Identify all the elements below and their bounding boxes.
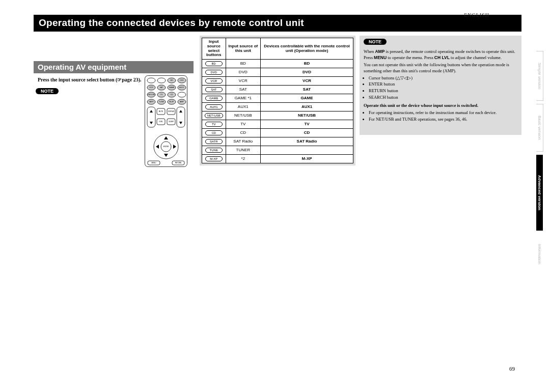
table-row: VCRVCRVCR xyxy=(202,77,353,86)
source-button-cell: AUX1 xyxy=(202,103,226,111)
table-header-buttons: Input source select buttons xyxy=(202,38,226,60)
operation-mode-cell: DVD xyxy=(261,68,353,77)
source-button-cell: NET/USB xyxy=(202,111,226,120)
operation-mode-table: Input source select buttons Input source… xyxy=(202,38,353,163)
table-row: CDCDCD xyxy=(202,129,353,137)
source-button-cell: M-XP xyxy=(202,155,226,163)
side-tabs: Simple version Basic version Advanced ve… xyxy=(536,51,546,274)
svg-text:AMP: AMP xyxy=(180,101,184,103)
svg-text:TUNE: TUNE xyxy=(159,101,164,103)
table-row: SATRSAT RadioSAT Radio xyxy=(202,137,353,146)
input-source-cell: *2 xyxy=(226,155,261,163)
note-body: When AMP is pressed, the remote control … xyxy=(364,49,517,123)
operation-mode-cell: TV xyxy=(261,120,353,129)
svg-text:SATR: SATR xyxy=(149,101,154,103)
section-heading: Operating AV equipment xyxy=(34,61,194,73)
svg-point-1 xyxy=(147,78,155,83)
tab-simple-version[interactable]: Simple version xyxy=(536,51,543,101)
input-source-cell: SAT Radio xyxy=(226,137,261,146)
note-footer-bullet: For operating instructions, refer to the… xyxy=(369,110,517,116)
note-bullet: SEARCH button xyxy=(369,95,517,101)
operation-mode-cell: BD xyxy=(261,60,353,68)
operation-mode-cell: NET/USB xyxy=(261,111,353,120)
svg-text:M-XP: M-XP xyxy=(170,101,175,103)
input-source-cell: GAME *1 xyxy=(226,94,261,103)
note-badge-left: NOTE xyxy=(36,88,59,94)
page-title: Operating the connected devices by remot… xyxy=(34,15,521,32)
operation-mode-cell: AUX1 xyxy=(261,103,353,111)
operation-mode-table-container: Input source select buttons Input source… xyxy=(200,36,355,165)
operation-mode-cell: SAT xyxy=(261,86,353,94)
input-source-cell: CD xyxy=(226,129,261,137)
tab-advanced-version[interactable]: Advanced version xyxy=(536,155,543,231)
svg-text:DVD: DVD xyxy=(180,79,184,81)
note-badge-right: NOTE xyxy=(364,39,387,45)
tab-basic-version[interactable]: Basic version xyxy=(536,104,543,152)
input-source-cell: NET/USB xyxy=(226,111,261,120)
table-header-source: Input source of this unit xyxy=(226,38,261,60)
svg-text:SLEEP: SLEEP xyxy=(169,121,174,123)
svg-text:MENU: MENU xyxy=(152,162,156,164)
svg-text:MUTE: MUTE xyxy=(159,110,163,113)
source-button-cell: VCR xyxy=(202,77,226,86)
note-bullet: Cursor buttons (△▽◁▷) xyxy=(369,75,517,81)
svg-text:GAME: GAME xyxy=(169,87,175,89)
svg-text:VCR: VCR xyxy=(149,87,153,89)
note-footer-bullet: For NET/USB and TUNER operations, see pa… xyxy=(369,117,517,123)
remote-control-illustration: BD DVD VCR SAT GAME AUX1 NET/USB TV CD S… xyxy=(145,75,187,167)
source-button-cell: SAT xyxy=(202,86,226,94)
input-source-cell: TUNER xyxy=(226,146,261,155)
note-bullet: RETURN button xyxy=(369,88,517,94)
operation-mode-cell: CD xyxy=(261,129,353,137)
svg-text:NET/USB: NET/USB xyxy=(148,94,154,96)
table-row: DVDDVDDVD xyxy=(202,68,353,77)
svg-text:ENTER: ENTER xyxy=(163,146,170,148)
svg-point-2 xyxy=(157,78,166,83)
table-row: NET/USBNET/USBNET/USB xyxy=(202,111,353,120)
tab-information[interactable]: Information xyxy=(536,234,543,274)
operation-mode-cell: VCR xyxy=(261,77,353,86)
source-button-cell: CD xyxy=(202,129,226,137)
svg-point-21 xyxy=(178,92,186,97)
operation-mode-cell: SAT Radio xyxy=(261,137,353,146)
source-button-cell: TV xyxy=(202,120,226,129)
table-row: GAMEGAME *1GAME xyxy=(202,94,353,103)
table-row: BDBDBD xyxy=(202,60,353,68)
svg-text:BD: BD xyxy=(171,79,173,81)
input-source-cell: AUX1 xyxy=(226,103,261,111)
operation-mode-cell: M-XP xyxy=(261,155,353,163)
language-label: ENGLISH xyxy=(464,12,489,18)
input-source-cell: TV xyxy=(226,120,261,129)
svg-text:RETURN: RETURN xyxy=(175,162,182,164)
operation-mode-cell: GAME xyxy=(261,94,353,103)
source-button-cell: GAME xyxy=(202,94,226,103)
note-callout: Operate this unit or the device whose in… xyxy=(364,103,517,109)
source-button-cell: DVD xyxy=(202,68,226,77)
svg-text:DISPLAY: DISPLAY xyxy=(168,110,174,113)
note-bullet: ENTER button xyxy=(369,81,517,88)
source-button-cell: SATR xyxy=(202,137,226,146)
operation-mode-cell xyxy=(261,146,353,155)
table-row: AUX1AUX1AUX1 xyxy=(202,103,353,111)
input-source-cell: BD xyxy=(226,60,261,68)
table-header-mode: Devices controllable with the remote con… xyxy=(261,38,353,60)
svg-text:CD: CD xyxy=(170,94,173,96)
table-row: M-XP*2M-XP xyxy=(202,155,353,163)
input-source-cell: DVD xyxy=(226,68,261,77)
svg-text:V.SEL: V.SEL xyxy=(159,121,163,123)
table-row: TUNETUNER xyxy=(202,146,353,155)
page-number: 69 xyxy=(509,366,515,372)
svg-text:TV: TV xyxy=(160,94,163,96)
input-source-cell: SAT xyxy=(226,86,261,94)
table-row: TVTVTV xyxy=(202,120,353,129)
table-row: SATSATSAT xyxy=(202,86,353,94)
svg-text:AUX1: AUX1 xyxy=(179,87,184,89)
input-source-cell: VCR xyxy=(226,77,261,86)
source-button-cell: TUNE xyxy=(202,146,226,155)
source-button-cell: BD xyxy=(202,60,226,68)
svg-text:SAT: SAT xyxy=(160,87,164,89)
note-panel: NOTE When AMP is pressed, the remote con… xyxy=(360,36,521,135)
